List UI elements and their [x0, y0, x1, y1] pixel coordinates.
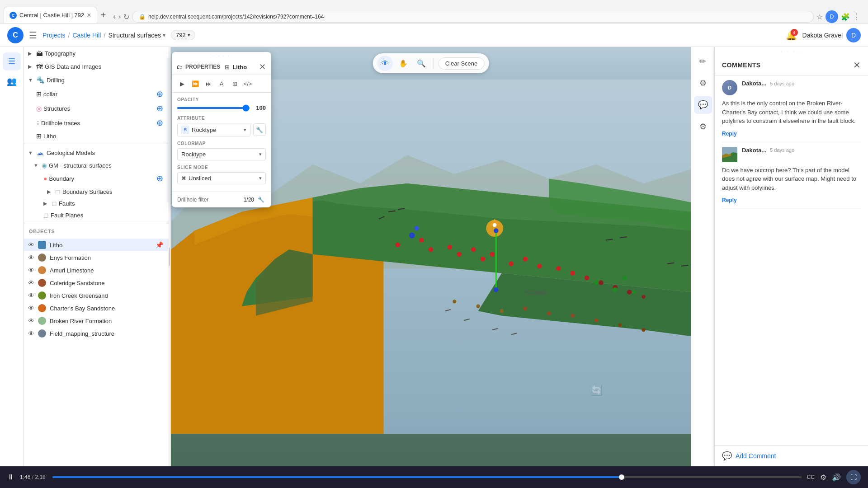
breadcrumb-projects[interactable]: Projects: [42, 32, 66, 39]
tree-item-faults[interactable]: ▶ ◻ Faults: [24, 197, 168, 209]
video-play-button[interactable]: ⏸: [7, 473, 14, 481]
coleridge-visibility-icon[interactable]: 👁: [28, 279, 34, 286]
tree-item-gis[interactable]: ▶ 🗺 GIS Data and Images: [24, 60, 168, 73]
video-cc-button[interactable]: CC: [807, 474, 815, 480]
prop-text-button[interactable]: A: [216, 78, 227, 89]
comment-2-reply-button[interactable]: Reply: [722, 197, 737, 203]
browser-tab[interactable]: C Central | Castle Hill | 792 ×: [4, 7, 97, 23]
tree-item-drillhole-traces[interactable]: ⫶ Drillhole traces ⊕: [24, 116, 168, 130]
field-mapping-visibility-icon[interactable]: 👁: [28, 330, 34, 337]
broken-river-visibility-icon[interactable]: 👁: [28, 317, 34, 324]
video-fullscreen-btn[interactable]: ⛶: [846, 470, 861, 484]
svg-point-28: [618, 323, 622, 327]
prop-code-button[interactable]: </>: [242, 78, 254, 89]
tree-item-boundary[interactable]: ● Boundary ⊕: [24, 171, 168, 186]
attribute-dropdown[interactable]: R Rocktype ▾: [177, 123, 250, 136]
opacity-slider[interactable]: [177, 107, 250, 109]
user-name: Dakota Gravel: [802, 32, 843, 39]
tree-item-litho[interactable]: ⊞ Litho: [24, 130, 168, 142]
version-badge[interactable]: 792 ▾: [171, 30, 195, 40]
tree-item-geo-models[interactable]: ▼ 🗻 Geological Models: [24, 146, 168, 160]
drillhole-traces-add-icon[interactable]: ⊕: [156, 118, 163, 128]
tree-item-collar[interactable]: ⊞ collar ⊕: [24, 87, 168, 101]
object-row-iron-creek[interactable]: 👁 Iron Creek Greensand: [24, 289, 168, 302]
enys-visibility-icon[interactable]: 👁: [28, 254, 34, 261]
add-comment-button[interactable]: Add Comment: [736, 452, 776, 460]
tree-item-boundary-surfaces[interactable]: ▶ ◻ Boundary Surfaces: [24, 186, 168, 197]
comments-close-button[interactable]: ✕: [853, 60, 861, 70]
slice-mode-dropdown[interactable]: ✖ Unsliced ▾: [177, 172, 266, 184]
object-row-enys[interactable]: 👁 Enys Formation: [24, 251, 168, 264]
gm-chevron-icon: ▼: [33, 163, 40, 168]
prop-table-button[interactable]: ⊞: [229, 78, 241, 89]
litho-pin-icon[interactable]: 📌: [156, 241, 163, 249]
viewport-pan-tool[interactable]: ✋: [396, 56, 411, 71]
sidebar-icon-users[interactable]: 👥: [3, 72, 21, 90]
drillhole-filter-label: Drillhole filter: [177, 197, 208, 203]
iron-creek-visibility-icon[interactable]: 👁: [28, 292, 34, 299]
viewport-eye-tool[interactable]: 👁: [377, 56, 393, 71]
tree-item-topography[interactable]: ▶ 🏔 Topography: [24, 47, 168, 60]
app-container: C ☰ Projects / Castle Hill / Structural …: [0, 23, 868, 488]
field-mapping-color-dot: [38, 329, 46, 338]
properties-drag-handle[interactable]: · · · ·: [172, 52, 271, 59]
viewport-search-tool[interactable]: 🔍: [414, 56, 429, 71]
new-tab-button[interactable]: +: [97, 7, 110, 23]
properties-close-button[interactable]: ✕: [259, 62, 266, 72]
prop-step-forward-button[interactable]: ⏩: [189, 78, 201, 89]
right-panel-settings-button[interactable]: ⚙: [694, 117, 712, 136]
extensions-button[interactable]: 🧩: [841, 13, 850, 21]
clear-scene-button[interactable]: Clear Scene: [439, 57, 485, 70]
user-area[interactable]: Dakota Gravel D: [802, 28, 861, 42]
collar-add-icon[interactable]: ⊕: [156, 89, 163, 99]
video-volume-button[interactable]: 🔊: [832, 473, 841, 482]
tree-item-drilling[interactable]: ▼ 🔩 Drilling: [24, 73, 168, 87]
object-row-charters[interactable]: 👁 Charter's Bay Sandstone: [24, 302, 168, 314]
svg-point-30: [594, 280, 599, 285]
breadcrumb-castle-hill[interactable]: Castle Hill: [72, 32, 101, 39]
object-row-field-mapping[interactable]: 👁 Field_mapping_structure: [24, 327, 168, 340]
drillhole-icon: ⫶: [36, 119, 39, 127]
user-avatar: D: [846, 28, 861, 42]
video-scrubber-track[interactable]: [52, 476, 802, 478]
prop-next-button[interactable]: ⏭: [203, 78, 214, 89]
prop-play-button[interactable]: ▶: [176, 78, 188, 89]
sidebar-icon-layers[interactable]: ☰: [3, 52, 21, 70]
object-row-amuri[interactable]: 👁 Amuri Limestone: [24, 264, 168, 277]
boundary-add-icon[interactable]: ⊕: [156, 174, 163, 183]
hamburger-menu-button[interactable]: ☰: [29, 30, 37, 41]
browser-menu-button[interactable]: ⋮: [853, 12, 861, 22]
object-row-coleridge[interactable]: 👁 Coleridge Sandstone: [24, 277, 168, 289]
right-panel-pen-button[interactable]: ✏: [694, 52, 712, 70]
structures-add-icon[interactable]: ⊕: [156, 103, 163, 113]
right-panel-comment-button[interactable]: 💬: [694, 96, 712, 114]
object-row-litho[interactable]: 👁 Litho 📌: [24, 239, 168, 251]
tree-item-structures[interactable]: ◎ Structures ⊕: [24, 101, 168, 116]
litho-visibility-icon[interactable]: 👁: [28, 241, 34, 249]
nav-forward-button[interactable]: ›: [118, 13, 121, 21]
nav-back-button[interactable]: ‹: [113, 13, 115, 21]
attribute-filter-button[interactable]: 🔧: [253, 123, 266, 136]
colormap-dropdown[interactable]: Rocktype ▾: [177, 148, 266, 160]
comment-1-reply-button[interactable]: Reply: [722, 131, 737, 137]
amuri-visibility-icon[interactable]: 👁: [28, 267, 34, 274]
svg-point-11: [537, 264, 542, 268]
drillhole-filter-button[interactable]: 🔧: [256, 195, 266, 205]
object-row-broken-river[interactable]: 👁 Broken River Formation: [24, 314, 168, 327]
right-panel-filter-button[interactable]: ⚙: [694, 74, 712, 92]
bookmark-button[interactable]: ☆: [816, 13, 823, 21]
boundary-surfaces-chevron-icon: ▶: [47, 189, 53, 195]
nav-refresh-button[interactable]: ↻: [123, 13, 129, 21]
breadcrumb-dropdown-icon[interactable]: ▾: [163, 32, 165, 38]
address-bar[interactable]: 🔒 help.dev.central.seequent.com/projects…: [132, 11, 814, 23]
tree-item-fault-planes[interactable]: ◻ Fault Planes: [24, 209, 168, 221]
charters-visibility-icon[interactable]: 👁: [28, 305, 34, 312]
user-avatar-browser[interactable]: D: [826, 10, 838, 23]
video-scrubber-thumb[interactable]: [619, 474, 624, 480]
tree-item-gm[interactable]: ▼ ◉ GM - structural surfaces: [24, 160, 168, 171]
opacity-field: OPACITY 100: [177, 97, 266, 111]
notification-button[interactable]: 🔔 4: [786, 30, 797, 41]
video-settings-button[interactable]: ⚙: [820, 473, 826, 482]
boundary-icon: ●: [43, 175, 47, 182]
tab-close-icon[interactable]: ×: [87, 11, 91, 19]
